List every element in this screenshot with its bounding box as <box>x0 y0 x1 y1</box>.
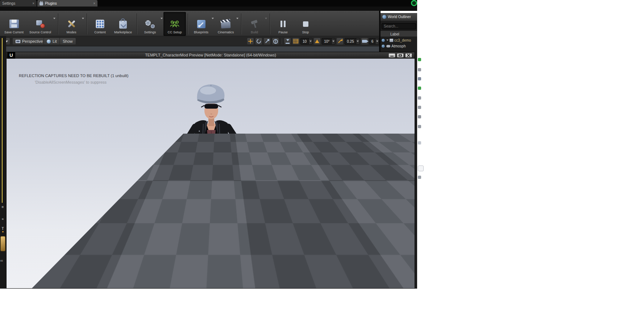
minimize-button[interactable] <box>389 53 395 58</box>
tab-settings[interactable]: Settings × <box>0 0 37 7</box>
chevron-down-icon[interactable] <box>212 18 214 19</box>
status-circle-icon[interactable] <box>411 0 417 6</box>
chevron-down-icon[interactable] <box>82 18 84 19</box>
rotation-snap-toggle-button[interactable] <box>313 38 321 45</box>
maximize-button[interactable] <box>397 53 404 58</box>
chevron-down-icon[interactable] <box>161 18 163 19</box>
save-icon <box>9 20 19 28</box>
edge-icon <box>418 106 421 109</box>
collapsed-filter-tab[interactable]: T <box>0 227 5 232</box>
toolbar-separator <box>270 13 270 34</box>
cinematics-button[interactable]: Cinematics <box>215 12 239 36</box>
character-preview-window: U TEMPLT_CharacterMod Preview [NetMode: … <box>6 52 415 289</box>
pause-button[interactable]: Pause <box>272 12 294 36</box>
edge-icon <box>418 115 421 118</box>
close-icon[interactable]: × <box>32 1 34 5</box>
world-local-toggle-button[interactable] <box>272 38 279 45</box>
camera-icon <box>362 40 367 43</box>
perspective-icon <box>16 40 20 43</box>
content-browser-icon <box>96 20 104 28</box>
pause-icon <box>280 21 286 27</box>
tab-plugins[interactable]: Plugins × <box>37 0 97 7</box>
marketplace-icon <box>119 21 127 29</box>
modes-button[interactable]: Modes <box>60 12 85 36</box>
world-outliner-title: World Outliner <box>388 15 411 19</box>
main-toolbar: Save Current Source Control Modes Conten… <box>0 11 379 36</box>
window-controls <box>389 53 412 58</box>
show-button[interactable]: Show <box>59 38 76 45</box>
chevron-down-icon[interactable] <box>332 38 335 45</box>
grid-snap-value[interactable]: 10 <box>300 38 309 45</box>
chevron-down-icon[interactable] <box>53 18 55 19</box>
outliner-search-input[interactable] <box>382 23 416 29</box>
surface-snap-button[interactable] <box>284 38 291 45</box>
edge-icon <box>418 176 421 179</box>
toolbar-separator <box>87 13 87 34</box>
toolbar-separator <box>188 13 188 34</box>
rotate-tool-button[interactable] <box>255 38 262 45</box>
editor-tab-bar: Settings × Plugins × <box>0 0 417 7</box>
edge-icon <box>418 125 421 128</box>
clapperboard-icon <box>221 21 231 28</box>
character-model <box>144 80 275 288</box>
marketplace-button[interactable]: Marketplace <box>111 12 135 36</box>
world-outliner-tab[interactable]: World Outliner <box>381 13 417 21</box>
visibility-eye-icon[interactable] <box>381 38 385 42</box>
translate-tool-button[interactable] <box>247 38 254 45</box>
edge-icon <box>418 96 421 100</box>
collapsed-content-tab-icon[interactable] <box>0 236 5 251</box>
preview-3d-viewport[interactable]: REFLECTION CAPTURES NEED TO BE REBUILT (… <box>7 59 415 288</box>
rotate-icon <box>256 38 262 45</box>
gear-icon <box>145 20 155 28</box>
chevron-down-icon <box>265 18 267 19</box>
save-current-button[interactable]: Save Current <box>1 12 26 36</box>
angle-icon <box>315 39 319 43</box>
perspective-button[interactable]: Perspective <box>12 38 46 45</box>
close-icon[interactable]: × <box>93 1 95 5</box>
camera-speed-button[interactable] <box>361 38 368 45</box>
scale-snap-value[interactable]: 0.25 <box>345 38 356 45</box>
chevron-down-icon[interactable] <box>356 38 360 45</box>
chevron-down-icon[interactable] <box>236 18 238 19</box>
scale-tool-button[interactable] <box>263 38 271 45</box>
outliner-label-column-header[interactable]: Label <box>381 31 417 37</box>
scale-snap-toggle-button[interactable] <box>336 38 344 45</box>
snap-controls: 10 10° 0.25 6 <box>247 38 390 45</box>
rotation-snap-value[interactable]: 10° <box>322 38 332 45</box>
preview-title-bar[interactable]: U TEMPLT_CharacterMod Preview [NetMode: … <box>7 52 415 59</box>
content-button[interactable]: Content <box>89 12 111 36</box>
collapse-chevrons-icon[interactable]: « <box>0 217 5 221</box>
globe-icon <box>273 39 278 44</box>
blueprints-icon <box>197 20 205 28</box>
suppress-messages-hint: 'DisableAllScreenMessages' to suppress <box>35 80 107 84</box>
camera-speed-value[interactable]: 6 <box>369 38 376 45</box>
surface-snap-icon <box>286 39 290 44</box>
stop-button[interactable]: Stop <box>294 12 317 36</box>
source-control-button[interactable]: Source Control <box>26 12 56 36</box>
build-button: Build <box>243 12 268 36</box>
chevron-down-icon[interactable] <box>375 38 379 45</box>
reflection-captures-warning: REFLECTION CAPTURES NEED TO BE REBUILT (… <box>19 74 128 78</box>
toolbar-separator <box>137 13 137 34</box>
preview-window-title: TEMPLT_CharacterMod Preview [NetMode: St… <box>7 53 415 57</box>
blueprints-button[interactable]: Blueprints <box>190 12 215 36</box>
cc-setup-button[interactable]: CC Setup <box>163 12 186 36</box>
hammer-icon <box>250 20 259 28</box>
tab-plugins-label: Plugins <box>45 1 91 5</box>
outliner-row-cc3-demo[interactable]: cc3_demo <box>381 37 417 43</box>
close-button[interactable] <box>405 53 412 58</box>
stop-icon <box>303 21 308 27</box>
visibility-eye-icon[interactable] <box>381 44 385 48</box>
lit-mode-button[interactable]: Lit <box>43 38 60 45</box>
edge-icon <box>418 58 421 61</box>
collapsed-panel-tab[interactable]: ≡ <box>0 205 5 209</box>
chevron-down-icon[interactable] <box>309 38 312 45</box>
grid-snap-toggle-button[interactable] <box>292 38 299 45</box>
outliner-row-atmospheric-fog[interactable]: Atmosph <box>381 43 417 49</box>
viewport-focus-border <box>2 38 3 203</box>
expand-caret-icon[interactable] <box>386 39 389 41</box>
settings-button[interactable]: Settings <box>139 12 163 36</box>
collapsed-cc-tab[interactable]: cc <box>0 259 3 262</box>
viewport-toolbar: Perspective Lit Show 10 10° <box>0 36 379 46</box>
move-icon <box>248 39 253 43</box>
